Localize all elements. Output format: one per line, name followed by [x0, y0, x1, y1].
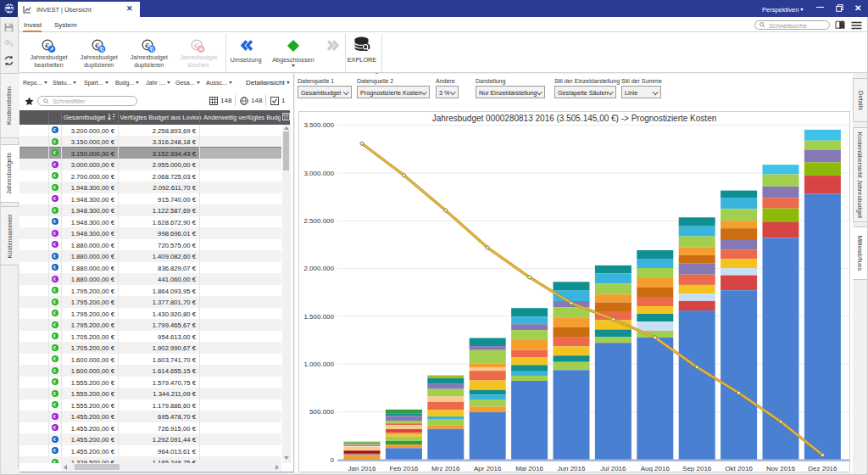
svg-text:€: € [53, 447, 56, 453]
svg-text:€: € [53, 332, 56, 338]
svg-text:€: € [53, 195, 56, 201]
svg-text:€: € [53, 299, 56, 305]
svg-text:500.000: 500.000 [309, 408, 334, 416]
svg-text:€: € [53, 401, 56, 407]
svg-text:€: € [53, 390, 56, 396]
svg-text:€: € [53, 424, 56, 430]
svg-text:Mrz 2016: Mrz 2016 [431, 465, 460, 472]
svg-text:€: € [53, 413, 56, 419]
svg-text:€: € [53, 138, 56, 144]
svg-text:€: € [53, 344, 56, 350]
svg-text:€: € [53, 241, 56, 247]
svg-text:Dez 2016: Dez 2016 [808, 465, 837, 472]
svg-text:€: € [53, 126, 56, 132]
svg-text:€: € [53, 276, 56, 282]
svg-text:€: € [53, 367, 56, 373]
svg-text:€: € [53, 459, 56, 463]
svg-text:€: € [53, 149, 56, 155]
svg-text:€: € [53, 321, 56, 327]
svg-text:3.000.000: 3.000.000 [303, 170, 334, 177]
svg-text:€: € [53, 436, 56, 442]
svg-text:Nov 2016: Nov 2016 [766, 465, 796, 472]
svg-text:Aug 2016: Aug 2016 [641, 465, 670, 472]
svg-text:3.500.000: 3.500.000 [303, 121, 334, 129]
svg-text:1.000.000: 1.000.000 [303, 360, 334, 368]
svg-text:Jul 2016: Jul 2016 [600, 465, 626, 472]
svg-text:€: € [53, 287, 56, 293]
svg-text:Jun 2016: Jun 2016 [558, 465, 586, 472]
svg-text:€: € [53, 264, 56, 270]
svg-text:€: € [53, 355, 56, 361]
svg-text:Sep 2016: Sep 2016 [682, 465, 712, 472]
svg-text:2.500.000: 2.500.000 [303, 217, 334, 225]
svg-text:0: 0 [331, 456, 335, 464]
svg-text:1.500.000: 1.500.000 [303, 313, 334, 321]
svg-text:€: € [53, 310, 56, 316]
svg-text:€: € [53, 184, 56, 190]
svg-text:Apr 2016: Apr 2016 [474, 465, 502, 472]
svg-text:Mai 2016: Mai 2016 [515, 465, 543, 472]
svg-text:Jan 2016: Jan 2016 [348, 465, 376, 472]
svg-text:€: € [53, 218, 56, 224]
svg-text:Feb 2016: Feb 2016 [389, 465, 418, 472]
svg-text:€: € [53, 172, 56, 178]
svg-text:€: € [53, 161, 56, 167]
svg-text:€: € [53, 230, 56, 236]
svg-text:€: € [53, 207, 56, 213]
svg-text:2.000.000: 2.000.000 [303, 265, 334, 272]
svg-text:Okt 2016: Okt 2016 [725, 465, 753, 472]
svg-text:€: € [53, 253, 56, 259]
svg-text:€: € [53, 378, 56, 384]
